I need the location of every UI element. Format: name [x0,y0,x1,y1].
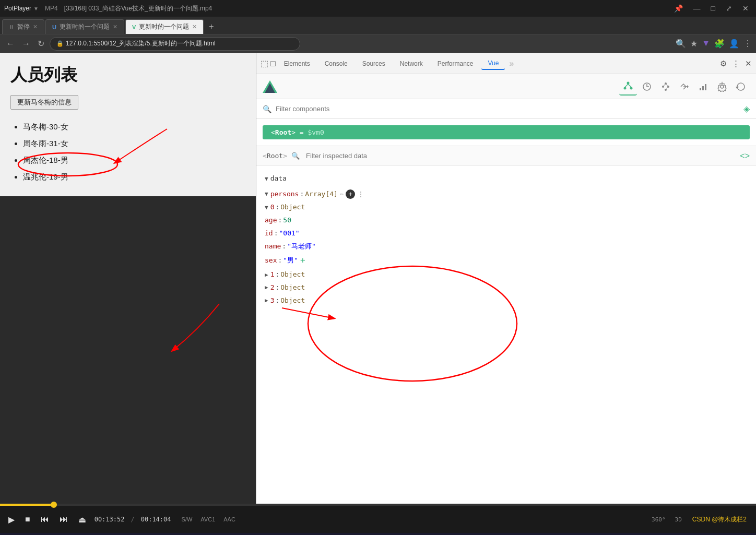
inspector-root-name: Root [267,152,283,160]
new-tab-btn[interactable]: + [205,19,218,34]
window-controls[interactable]: 📌 — □ ⤢ ✕ [671,3,752,14]
tab-elements[interactable]: Elements [278,58,316,69]
vue-nav-icons [619,78,750,96]
forward-btn[interactable]: → [20,38,32,50]
component-filter-input[interactable] [276,105,739,113]
tab-update1[interactable]: U 更新时的一个问题 ✕ [45,19,124,34]
inspector-title: <Root> [263,152,287,160]
restore-btn[interactable]: □ [708,3,718,14]
zoom-icon[interactable]: 🔍 [676,39,686,49]
reload-btn[interactable]: ↻ [36,38,46,50]
tab-pause[interactable]: ⏸ 暂停 ✕ [2,19,44,34]
add-field-icon[interactable]: + [300,254,305,267]
tab-label-update1: 更新时的一个问题 [60,22,110,31]
tab-close-update2[interactable]: ✕ [192,23,197,30]
vue-history-icon[interactable] [638,78,656,96]
tab-performance[interactable]: Performance [431,58,480,69]
item0-index: 0 [270,202,275,213]
player-bar: ▶ ■ ⏮ ⏭ ⏏ 00:13:52 / 00:14:04 S/W AVC1 A… [0,506,756,533]
list-item: 温兆伦-19-男 [23,169,245,185]
tab-vue[interactable]: Vue [481,57,505,70]
inspector-header: <Root> 🔍 <> [256,146,756,166]
prev-btn[interactable]: ⏮ [39,514,51,525]
progress-bar[interactable] [0,504,756,506]
svg-line-6 [625,84,628,87]
minimize-btn[interactable]: — [690,3,704,14]
data-section-arrow[interactable]: ▼ [265,174,268,184]
url-bar[interactable]: 🔒 127.0.0.1:5500/12_列表渲染/5.更新时的一个问题.html [50,37,300,51]
list-item: 马冬梅-30-女 [23,119,245,135]
inspector-filter-input[interactable] [306,152,736,160]
tab-sources[interactable]: Sources [356,58,392,69]
root-component-var: $vm0 [308,128,324,136]
name-value: "马老师" [287,241,316,252]
persons-arrow[interactable]: ▼ [265,189,268,199]
age-row: age : 50 [265,214,748,227]
inspector-panel: <Root> 🔍 <> ▼ data ▼ persons : Array [256,146,756,504]
menu-icon[interactable]: ⋮ [743,39,752,49]
profile-icon[interactable]: 👤 [729,39,739,49]
stop-btn[interactable]: ■ [23,514,32,525]
svg-point-3 [627,81,630,84]
tab-console[interactable]: Console [318,58,354,69]
device-icon[interactable]: □ [270,59,276,68]
tab-close-update1[interactable]: ✕ [113,23,117,30]
tab-network[interactable]: Network [394,58,429,69]
svg-rect-18 [700,88,701,90]
svg-line-7 [628,84,631,87]
inspect-icon[interactable]: ⬚ [261,58,268,68]
mode-label: 3D [675,516,682,523]
edit-persons-icon[interactable]: ✏ [340,189,344,199]
item3-index: 3 [270,295,275,306]
pin-icon[interactable]: 📌 [671,3,686,14]
settings-icon[interactable]: ⚙ [720,59,727,68]
svg-line-13 [663,84,666,87]
more-persons-icon[interactable]: ⋮ [357,188,364,200]
svg-point-5 [630,87,633,89]
sex-value: "男" [283,255,298,266]
inspector-code-icon[interactable]: <> [740,151,750,161]
video-codec: S/W [182,516,193,522]
item3-type: Object [280,295,305,306]
tabs-more[interactable]: » [509,59,514,68]
resolution-label: 360° [652,516,666,523]
filter-settings-icon[interactable]: ◈ [743,104,750,114]
back-btn[interactable]: ← [4,38,17,50]
component-filter-bar: 🔍 ◈ [256,99,756,119]
tab-update2[interactable]: V 更新时的一个问题 ✕ [125,19,204,34]
add-person-icon[interactable]: + [346,189,355,199]
next-btn[interactable]: ⏭ [57,514,70,525]
vue-refresh-icon[interactable] [732,78,750,96]
vue-vuex-icon[interactable] [657,78,675,96]
list-item: 周杰伦-18-男 [23,152,245,168]
close-btn[interactable]: ✕ [739,3,752,14]
age-key: age [265,215,277,226]
vue-components-icon[interactable] [619,78,637,96]
item1-arrow[interactable]: ▶ [265,270,268,280]
eject-btn[interactable]: ⏏ [76,514,88,526]
browser-toolbar-icons: 🔍 ★ ▼ 🧩 👤 ⋮ [676,39,752,49]
expand-btn[interactable]: ⤢ [723,3,735,14]
close-devtools-btn[interactable]: ✕ [745,59,752,68]
play-btn[interactable]: ▶ [6,514,17,526]
item0-arrow[interactable]: ▼ [265,203,268,212]
update-button[interactable]: 更新马冬梅的信息 [10,95,78,110]
tab-close-pause[interactable]: ✕ [33,23,38,30]
bookmark-icon[interactable]: ★ [690,39,698,49]
item3-arrow[interactable]: ▶ [265,296,268,305]
vue-logo [263,79,277,94]
progress-fill [0,504,51,506]
extensions-icon[interactable]: 🧩 [714,39,725,49]
more-icon[interactable]: ⋮ [732,59,740,68]
devtools-toolbar: ⬚ □ Elements Console Sources Network Per… [256,53,756,74]
name-key: name [265,241,281,252]
vue-settings-icon[interactable] [713,78,731,96]
svg-point-4 [624,87,627,89]
filename-label: [33/168] 033_尚硅谷Vue技术_更新时的一个问题.mp4 [64,4,212,13]
vue-router-icon[interactable] [676,78,693,96]
vpn-icon[interactable]: ▼ [702,39,710,49]
item2-arrow[interactable]: ▶ [265,283,268,292]
vue-performance-icon[interactable] [694,78,712,96]
tab-label-pause: 暂停 [17,22,30,31]
root-component-item[interactable]: <Root> = $vm0 [263,125,750,139]
